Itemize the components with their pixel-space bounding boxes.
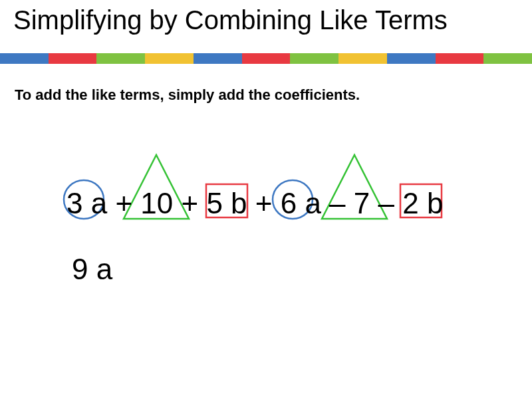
stripe-segment bbox=[290, 53, 338, 64]
stripe-segment bbox=[145, 53, 194, 64]
stripe-segment bbox=[0, 53, 49, 64]
stripe-segment bbox=[194, 53, 242, 64]
stripe-segment bbox=[436, 53, 484, 64]
stripe-segment bbox=[483, 53, 532, 64]
page-title: Simplifying by Combining Like Terms bbox=[13, 5, 448, 35]
instruction-text: To add the like terms, simply add the co… bbox=[15, 86, 360, 104]
color-stripe bbox=[0, 53, 532, 64]
answer-text: 9 a bbox=[72, 253, 112, 286]
stripe-segment bbox=[387, 53, 436, 64]
stripe-segment bbox=[96, 53, 145, 64]
slide: Simplifying by Combining Like Terms To a… bbox=[0, 0, 532, 399]
stripe-segment bbox=[49, 53, 97, 64]
stripe-segment bbox=[242, 53, 291, 64]
stripe-segment bbox=[338, 53, 387, 64]
expression-text: 3 a + 10 + 5 b + 6 a – 7 – 2 b bbox=[66, 187, 443, 220]
expression-area: 3 a + 10 + 5 b + 6 a – 7 – 2 b bbox=[66, 150, 466, 236]
